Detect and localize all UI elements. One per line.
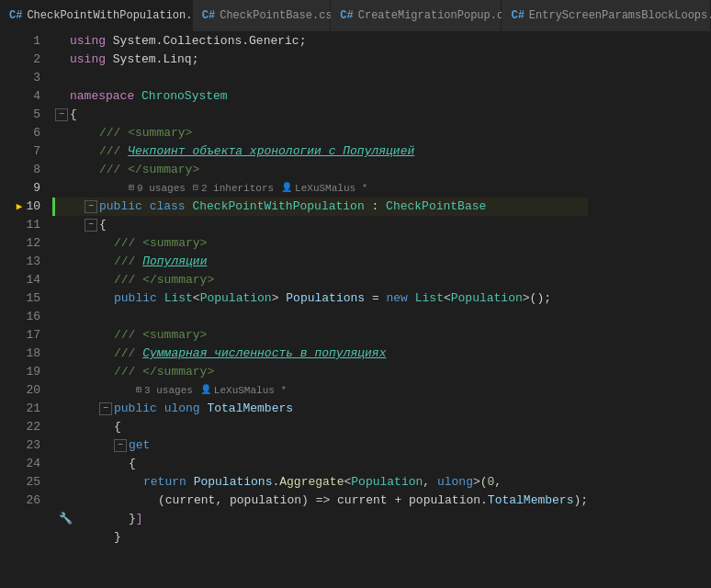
tab-filename-4: EntryScreenParamsBlockLoops.cs xyxy=(529,9,711,22)
tab-lang-4: C# xyxy=(511,9,524,22)
code-line-27: }] 🔧 xyxy=(55,510,588,528)
code-line-16-empty xyxy=(55,308,588,326)
code-line-22: { xyxy=(55,418,588,436)
line-num-6: 6 xyxy=(0,124,40,142)
code-line-15-list: public List<Population> Populations = ne… xyxy=(55,289,588,308)
line-num-10: ▶ 10 xyxy=(0,198,40,216)
code-line-26: (current, population) => current + popul… xyxy=(55,492,588,510)
line-num-5: 5 xyxy=(0,106,40,124)
tab-filename-3: CreateMigrationPopup.cs xyxy=(358,9,511,22)
line-number-gutter: 1 2 3 4 5 6 7 8 9 ▶ 10 11 12 13 14 15 16… xyxy=(0,32,48,588)
line-num-4: 4 xyxy=(0,87,40,106)
tab-filename-2: CheckPointBase.cs xyxy=(220,9,332,22)
line-num-14: 14 xyxy=(0,271,40,289)
code-line-19: /// </summary> xyxy=(55,363,588,381)
fold-21[interactable]: − xyxy=(99,402,112,415)
fold-5[interactable]: − xyxy=(55,108,68,121)
line-num-13: 13 xyxy=(0,253,40,271)
code-line-7: /// Чекпоинт объекта хронологии с Популя… xyxy=(55,142,588,161)
code-line-4: namespace ChronoSystem xyxy=(55,87,588,106)
line-num-7: 7 xyxy=(0,142,40,161)
code-line-17: /// <summary> xyxy=(55,326,588,345)
meta-line-20: ⊞ 3 usages 👤 LeXuSMalus * xyxy=(55,381,588,400)
tab-lang-1: C# xyxy=(9,9,22,22)
code-line-2: using System.Linq; xyxy=(55,51,588,69)
code-line-28: } xyxy=(55,528,588,547)
author-icon-20: 👤 xyxy=(200,381,211,400)
meta-line-9: ⊞ 9 usages ⊟ 2 inheritors 👤 LeXuSMalus * xyxy=(55,179,588,198)
line-num-19: 19 xyxy=(0,363,40,381)
author-icon-9: 👤 xyxy=(281,179,292,198)
line-num-16: 16 xyxy=(0,308,40,326)
tab-checkpointwithpopulation[interactable]: C# CheckPointWithPopulation.cs ✕ xyxy=(0,0,193,31)
line-num-12: 12 xyxy=(0,234,40,253)
editor: 1 2 3 4 5 6 7 8 9 ▶ 10 11 12 13 14 15 16… xyxy=(0,32,711,588)
code-content: using System.Collections.Generic; using … xyxy=(48,32,588,588)
line-num-17: 17 xyxy=(0,326,40,345)
tab-entryscreenparamsblockloops[interactable]: C# EntryScreenParamsBlockLoops.cs ✕ xyxy=(502,0,711,31)
line-num-8: 8 xyxy=(0,161,40,179)
inheritors-badge-9[interactable]: ⊟ 2 inheritors xyxy=(193,179,274,198)
code-line-8: /// </summary> xyxy=(55,161,588,179)
usages-badge-20[interactable]: ⊞ 3 usages xyxy=(136,381,193,400)
line-num-23: 23 xyxy=(0,436,40,455)
line-num-18: 18 xyxy=(0,345,40,363)
code-line-12: /// <summary> xyxy=(55,234,588,253)
code-line-11: − { xyxy=(55,216,588,234)
tab-checkpointbase[interactable]: C# CheckPointBase.cs ✕ xyxy=(193,0,332,31)
line-num-24: 24 xyxy=(0,455,40,473)
code-line-3 xyxy=(55,69,588,87)
line-num-1: 1 xyxy=(0,32,40,51)
tab-lang-3: C# xyxy=(340,9,353,22)
code-line-21: − public ulong TotalMembers xyxy=(55,400,588,418)
line-num-25: 25 xyxy=(0,473,40,492)
line-num-20: 20 xyxy=(0,381,40,400)
code-line-6: /// <summary> xyxy=(55,124,588,142)
code-line-18: /// Суммарная численность в популяциях xyxy=(55,345,588,363)
code-line-25: return Populations.Aggregate<Population,… xyxy=(55,473,588,492)
code-line-23: − get xyxy=(55,436,588,455)
line-num-26: 26 xyxy=(0,492,40,510)
fold-11[interactable]: − xyxy=(85,219,97,232)
author-badge-9: 👤 LeXuSMalus * xyxy=(281,179,367,198)
code-line-5: − { xyxy=(55,106,588,124)
usages-icon-9: ⊞ xyxy=(129,179,134,198)
tab-filename-1: CheckPointWithPopulation.cs xyxy=(27,9,205,22)
code-line-1: using System.Collections.Generic; xyxy=(55,32,588,51)
tab-lang-2: C# xyxy=(202,9,215,22)
line-num-15: 15 xyxy=(0,289,40,308)
code-line-10: − public class CheckPointWithPopulation … xyxy=(52,198,588,216)
fold-10[interactable]: − xyxy=(85,200,97,213)
line-num-2: 2 xyxy=(0,51,40,69)
usages-icon-20: ⊞ xyxy=(136,381,141,400)
line-num-21: 21 xyxy=(0,400,40,418)
current-line-arrow: ▶ xyxy=(17,198,23,216)
inheritors-icon-9: ⊟ xyxy=(193,179,198,198)
usages-badge-9[interactable]: ⊞ 9 usages xyxy=(129,179,186,198)
author-badge-20: 👤 LeXuSMalus * xyxy=(200,381,287,400)
fold-23[interactable]: − xyxy=(114,439,127,452)
tab-bar: C# CheckPointWithPopulation.cs ✕ C# Chec… xyxy=(0,0,711,32)
code-line-13: /// Популяции xyxy=(55,253,588,271)
line-num-22: 22 xyxy=(0,418,40,436)
wrench-icon[interactable]: 🔧 xyxy=(59,510,73,528)
code-line-24: { xyxy=(55,455,588,473)
code-line-14: /// </summary> xyxy=(55,271,588,289)
line-num-11: 11 xyxy=(0,216,40,234)
tab-createmigrationpopup[interactable]: C# CreateMigrationPopup.cs ✕ xyxy=(331,0,502,31)
line-num-9: 9 xyxy=(0,179,40,198)
line-num-3: 3 xyxy=(0,69,40,87)
